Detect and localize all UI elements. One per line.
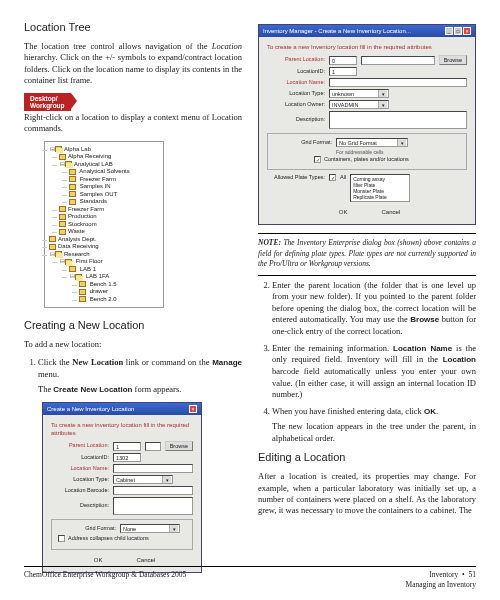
location-name-input[interactable] [329,78,467,87]
folder-icon [59,221,66,227]
parent-location-label: Parent Location: [51,442,109,449]
create-location-dialog-pro: Create a New Inventory Location × To cre… [42,402,202,573]
grid-format-label: Grid Format: [274,139,332,146]
dialog-hint: To create a new inventory location fill … [51,421,193,437]
description-input[interactable] [113,497,193,515]
maximize-icon[interactable]: □ [454,27,462,35]
browse-button[interactable]: Browse [439,55,467,65]
browse-button[interactable]: Browse [165,441,193,451]
close-icon[interactable]: × [463,27,471,35]
section-title-location-tree: Location Tree [24,20,242,35]
location-type-label: Location Type: [51,476,109,483]
locationid-label: LocationID: [267,68,325,75]
close-icon[interactable]: × [189,405,197,413]
folder-icon [69,199,76,205]
page-columns: Location Tree The location tree control … [24,20,476,581]
folder-icon [79,281,86,287]
location-tree[interactable]: ⊟Alpha Lab Alpha Receiving ⊟Analytical L… [44,141,164,309]
folder-icon [55,251,62,257]
address-checkbox[interactable] [58,535,65,542]
note-label: NOTE: [258,238,281,247]
footer-right: Inventory • 51 Managing an Inventory [406,570,476,590]
cancel-button[interactable]: Cancel [371,208,411,216]
folder-icon [69,184,76,190]
folder-icon [69,266,76,272]
steps-list-left: Click the New Location link or command o… [24,357,242,396]
dialog-titlebar[interactable]: Inventory Manager - Create a New Invento… [259,25,475,37]
dialog-titlebar[interactable]: Create a New Inventory Location × [43,403,201,415]
location-owner-label: Location Owner: [267,101,325,108]
para-right-click: Right-click on a location to display a c… [24,112,242,135]
badge-row: Desktop/Workgroup [24,93,242,114]
barcode-input[interactable] [113,486,193,495]
address-checkbox-label: Containers, plates and/or locations [324,156,409,163]
description-label: Description: [51,502,109,509]
desktop-workgroup-badge: Desktop/Workgroup [24,93,71,111]
location-name-input[interactable] [113,464,193,473]
folder-icon [75,274,82,280]
step-1: Click the New Location link or command o… [38,357,242,396]
steps-list-right: Enter the parent location (the folder th… [258,280,476,444]
barcode-label: Location Barcode: [51,487,109,494]
para-location-tree: The location tree control allows navigat… [24,41,242,87]
minimize-icon[interactable]: _ [445,27,453,35]
grid-format-select[interactable]: None [120,524,180,533]
section-title-editing: Editing a Location [258,450,476,465]
location-owner-select[interactable]: INVADMIN [329,100,389,109]
location-type-label: Location Type: [267,90,325,97]
folder-icon [65,259,72,265]
folder-icon [79,289,86,295]
cancel-button[interactable]: Cancel [126,556,166,564]
folder-icon [49,236,56,242]
para-add-new: To add a new location: [24,339,242,350]
location-name-label: Location Name: [267,79,325,86]
folder-icon [59,206,66,212]
plate-types-label: Allowed Plate Types: [267,174,325,181]
description-input[interactable] [329,111,467,129]
folder-icon [59,214,66,220]
note-box: NOTE: The Inventory Enterprise dialog bo… [258,233,476,275]
parent-location-name[interactable] [145,442,161,451]
location-type-select[interactable]: Cabinet [113,475,173,484]
parent-location-input[interactable]: 0 [329,56,357,65]
left-column: Location Tree The location tree control … [24,20,242,581]
parent-location-label: Parent Location: [267,56,325,63]
folder-icon [69,176,76,182]
all-plate-checkbox[interactable]: ✓ [329,174,336,181]
grid-format-select[interactable]: No Grid Format [336,138,408,147]
grid-format-group: Grid Format:No Grid Format For addressab… [267,133,467,170]
folder-icon [49,244,56,250]
right-column: Inventory Manager - Create a New Invento… [258,20,476,581]
location-type-select[interactable]: unknown [329,89,389,98]
plate-type-list[interactable]: Corning assay filter Plate Monster Plate… [350,174,410,202]
ok-button[interactable]: OK [78,556,118,564]
address-checkbox[interactable]: ✓ [314,156,321,163]
folder-icon [59,229,66,235]
grid-hint: For addressable cells [336,149,460,156]
folder-icon [69,191,76,197]
footer-left: ChemOffice Enterprise Workgroup & Databa… [24,570,186,590]
folder-icon [59,154,66,160]
note-text: The Inventory Enterprise dialog box (sho… [258,238,476,267]
dialog-hint: To create a new Inventory location fill … [267,43,467,51]
locationid-input[interactable]: 1302 [113,453,141,462]
create-location-dialog-enterprise: Inventory Manager - Create a New Invento… [258,24,476,225]
description-label: Description: [267,116,325,123]
ok-button[interactable]: OK [323,208,363,216]
location-name-label: Location Name: [51,465,109,472]
step-2: Enter the parent location (the folder th… [272,280,476,338]
address-checkbox-label: Address collapses child locations [68,535,149,542]
parent-location-name[interactable] [361,56,435,65]
grid-format-group: Grid Format:None Address collapses child… [51,519,193,549]
step-3: Enter the remaining information. Locatio… [272,343,476,401]
locationid-input[interactable]: 1 [329,67,357,76]
all-plate-label: All [340,174,346,181]
folder-icon [79,296,86,302]
folder-icon [65,161,72,167]
section-title-creating: Creating a New Location [24,318,242,333]
locationid-label: LocationID: [51,454,109,461]
grid-format-label: Grid Format: [58,525,116,532]
folder-icon [69,169,76,175]
parent-location-input[interactable]: 1 [113,442,141,451]
folder-icon [55,146,62,152]
